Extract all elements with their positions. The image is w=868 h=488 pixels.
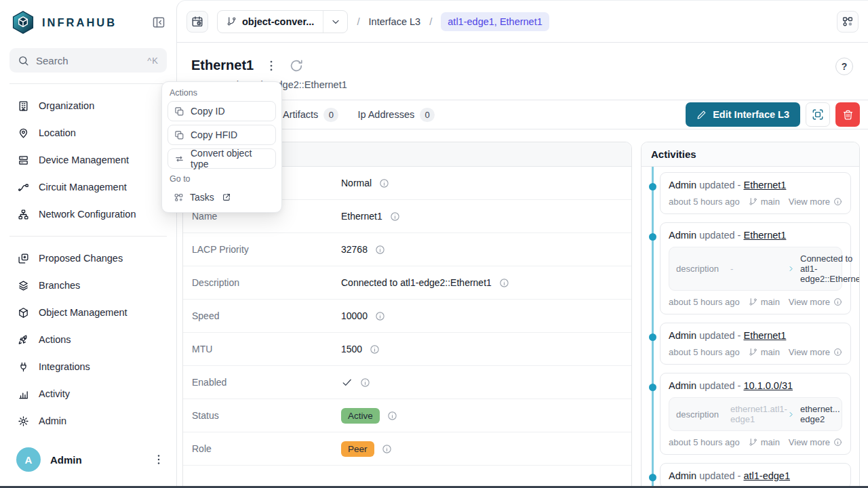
activity-time: about 5 hours ago bbox=[669, 437, 740, 447]
menu-item[interactable]: Convert object type bbox=[167, 148, 276, 169]
calendar-clock-icon bbox=[191, 16, 203, 28]
activity-actor: Admin bbox=[669, 230, 696, 241]
breadcrumb-separator: / bbox=[429, 16, 432, 27]
menu-item-tasks[interactable]: Tasks bbox=[167, 187, 276, 207]
breadcrumb-parent[interactable]: Interface L3 bbox=[369, 16, 421, 27]
activity-card: Admin updated - Ethernet1 description - bbox=[660, 222, 851, 314]
pencil-icon bbox=[696, 110, 707, 120]
field-value: 32768 bbox=[341, 244, 368, 255]
help-button[interactable]: ? bbox=[835, 58, 853, 75]
view-more-link[interactable]: View more bbox=[789, 197, 842, 207]
sidebar-item-label: Organization bbox=[39, 100, 94, 111]
time-travel-button[interactable] bbox=[186, 11, 208, 33]
sidebar-item[interactable]: Actions bbox=[0, 326, 176, 353]
refresh-icon[interactable] bbox=[289, 58, 304, 73]
chevron-right-icon bbox=[787, 265, 795, 272]
brand-name: INFRAHUB bbox=[42, 16, 117, 29]
menu-item[interactable]: Copy HFID bbox=[167, 125, 276, 145]
activity-card: Admin updated - Ethernet1 bbox=[660, 323, 851, 365]
branch-selector-toggle[interactable] bbox=[323, 11, 347, 33]
schema-button[interactable] bbox=[837, 11, 859, 33]
sidebar-item[interactable]: Branches bbox=[0, 272, 176, 299]
activity-verb: updated bbox=[699, 330, 734, 341]
info-icon bbox=[833, 438, 842, 447]
field-label: MTU bbox=[192, 344, 341, 354]
table-row: MTU 1500 1500 bbox=[183, 333, 631, 366]
activity-icon bbox=[18, 388, 29, 400]
sidebar-item-label: Object Management bbox=[39, 307, 127, 318]
tab[interactable]: Ip Addresses 0 bbox=[357, 108, 435, 122]
info-icon[interactable] bbox=[379, 178, 389, 188]
field-label: Status bbox=[192, 410, 341, 421]
check-icon bbox=[341, 377, 353, 388]
activity-actor: Admin bbox=[669, 330, 696, 341]
sidebar-header: INFRAHUB bbox=[0, 0, 176, 43]
manage-groups-button[interactable] bbox=[806, 102, 830, 127]
diff-new-value: ethernet... edge2 bbox=[800, 404, 840, 424]
sidebar-item-label: Device Management bbox=[39, 155, 129, 165]
menu-section-actions: Copy ID Copy HFID Convert object type bbox=[167, 101, 276, 169]
table-row: Status Active Active bbox=[183, 399, 631, 432]
server-icon bbox=[18, 155, 29, 166]
menu-item-label: Copy ID bbox=[191, 106, 225, 117]
menu-item[interactable]: Copy ID bbox=[167, 101, 276, 121]
sidebar-item[interactable]: Activity bbox=[0, 380, 176, 407]
page-subtitle: Connected to atl1-edge2::Ethernet1 bbox=[191, 79, 857, 90]
infrahub-logo-icon bbox=[11, 10, 35, 35]
sidebar-item[interactable]: Integrations bbox=[0, 353, 176, 380]
activity-object-link[interactable]: Ethernet1 bbox=[743, 330, 786, 341]
table-row: Description Connected to atl1-edge2::Eth… bbox=[183, 266, 631, 300]
breadcrumb-current[interactable]: atl1-edge1, Ethernet1 bbox=[441, 12, 549, 31]
search-input[interactable]: Search ^K bbox=[9, 48, 167, 73]
info-icon[interactable] bbox=[375, 245, 385, 255]
sidebar-item[interactable]: Device Management bbox=[0, 146, 176, 174]
view-more-link[interactable]: View more bbox=[789, 437, 842, 447]
field-value: 1500 bbox=[341, 344, 362, 354]
tab[interactable]: Artifacts 0 bbox=[283, 108, 338, 122]
edit-interface-button[interactable]: Edit Interface L3 bbox=[686, 102, 800, 127]
sidebar-item[interactable]: Network Configuration bbox=[0, 201, 176, 228]
sidebar-collapse-icon[interactable] bbox=[152, 16, 165, 29]
object-actions-kebab-icon[interactable] bbox=[264, 58, 279, 73]
view-more-link[interactable]: View more bbox=[789, 297, 842, 307]
sidebar-item[interactable]: Location bbox=[0, 119, 176, 146]
sidebar-item[interactable]: Object Management bbox=[0, 299, 176, 326]
user-menu-kebab-icon[interactable] bbox=[152, 453, 165, 466]
activity-object-link[interactable]: atl1-edge1 bbox=[743, 470, 790, 481]
sidebar-item[interactable]: Circuit Management bbox=[0, 174, 176, 201]
activity-object-link[interactable]: 10.1.0.0/31 bbox=[743, 380, 793, 391]
sidebar-item-label: Branches bbox=[39, 280, 80, 291]
info-icon[interactable] bbox=[390, 211, 400, 222]
delete-button[interactable] bbox=[835, 102, 860, 127]
info-icon[interactable] bbox=[375, 311, 385, 321]
menu-item-label: Copy HFID bbox=[191, 129, 237, 140]
activities-panel: Activities Admin updated - bbox=[641, 142, 860, 488]
divider bbox=[9, 236, 167, 237]
info-icon[interactable] bbox=[382, 444, 392, 454]
info-icon[interactable] bbox=[360, 378, 370, 388]
git-branch-icon bbox=[749, 348, 757, 357]
activity-object-link[interactable]: Ethernet1 bbox=[743, 180, 786, 190]
sidebar-item[interactable]: Organization bbox=[0, 92, 176, 119]
activity-branch: main bbox=[749, 347, 780, 357]
activity-item: Admin updated - Ethernet1 bbox=[660, 172, 851, 214]
branch-selector[interactable]: object-conver... bbox=[217, 10, 348, 33]
sidebar-item[interactable]: Admin bbox=[0, 407, 176, 434]
info-icon[interactable] bbox=[370, 344, 380, 354]
activity-card: Admin updated - 10.1.0.0/31 description … bbox=[660, 373, 851, 455]
table-row: LACP Priority 32768 32768 bbox=[183, 233, 631, 266]
info-icon[interactable] bbox=[499, 278, 509, 288]
timeline-dot bbox=[649, 233, 656, 241]
activity-object-link[interactable]: Ethernet1 bbox=[743, 230, 786, 241]
table-row bbox=[183, 466, 631, 488]
user-row: A Admin bbox=[0, 439, 176, 488]
branch-name: object-conver... bbox=[242, 16, 314, 27]
info-icon[interactable] bbox=[387, 411, 397, 421]
sidebar-item[interactable]: Proposed Changes bbox=[0, 245, 176, 272]
building-icon bbox=[18, 100, 29, 112]
object-actions-menu: Actions Copy ID Copy HFID Convert object… bbox=[161, 81, 282, 213]
topbar: object-conver... / Interface L3 / atl1-e… bbox=[177, 1, 868, 43]
activity-branch: main bbox=[749, 197, 780, 207]
view-more-link[interactable]: View more bbox=[789, 347, 842, 357]
branches-icon bbox=[18, 280, 29, 291]
